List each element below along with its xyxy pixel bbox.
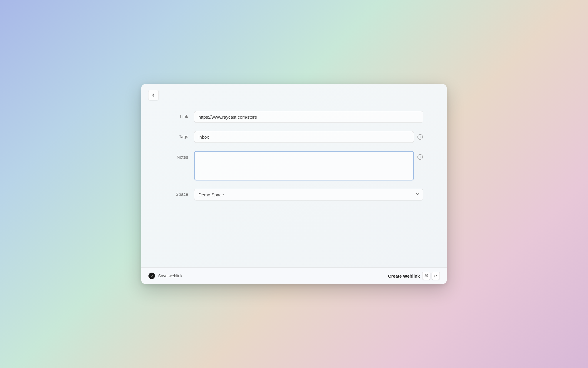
window-footer: Save weblink Create Weblink ⌘ ↵ — [141, 267, 447, 284]
footer-left: Save weblink — [148, 272, 183, 279]
link-label: Link — [165, 111, 194, 119]
tags-info-icon[interactable] — [417, 134, 423, 140]
link-row: Link — [165, 111, 423, 123]
tags-row: Tags — [165, 131, 423, 143]
notes-info-icon[interactable] — [417, 154, 423, 160]
svg-point-7 — [151, 275, 153, 277]
create-weblink-button[interactable]: Create Weblink — [388, 273, 420, 279]
keyboard-shortcut-group: ⌘ ↵ — [422, 272, 440, 280]
notes-field-wrapper — [194, 151, 423, 180]
notes-textarea[interactable] — [194, 151, 414, 180]
space-field-wrapper: Demo Space Personal Space Work Space — [194, 189, 423, 200]
raycast-logo-icon — [148, 272, 155, 279]
link-input[interactable] — [194, 111, 423, 123]
space-select-wrapper: Demo Space Personal Space Work Space — [194, 189, 423, 200]
window-content: Link Tags Notes — [141, 105, 447, 267]
tags-input[interactable] — [194, 131, 414, 143]
svg-point-5 — [420, 156, 420, 156]
tags-label: Tags — [165, 131, 194, 139]
save-weblink-label: Save weblink — [158, 273, 183, 278]
back-button[interactable] — [148, 90, 159, 100]
window-header — [141, 84, 447, 105]
space-row: Space Demo Space Personal Space Work Spa… — [165, 189, 423, 200]
svg-point-2 — [420, 136, 420, 136]
link-field-wrapper — [194, 111, 423, 123]
cmd-key: ⌘ — [422, 272, 430, 280]
space-select[interactable]: Demo Space Personal Space Work Space — [194, 189, 423, 200]
notes-row: Notes — [165, 151, 423, 180]
tags-field-wrapper — [194, 131, 423, 143]
notes-label: Notes — [165, 151, 194, 160]
footer-right: Create Weblink ⌘ ↵ — [388, 272, 440, 280]
main-window: Link Tags Notes — [141, 84, 447, 284]
space-label: Space — [165, 189, 194, 197]
enter-key: ↵ — [432, 272, 440, 280]
